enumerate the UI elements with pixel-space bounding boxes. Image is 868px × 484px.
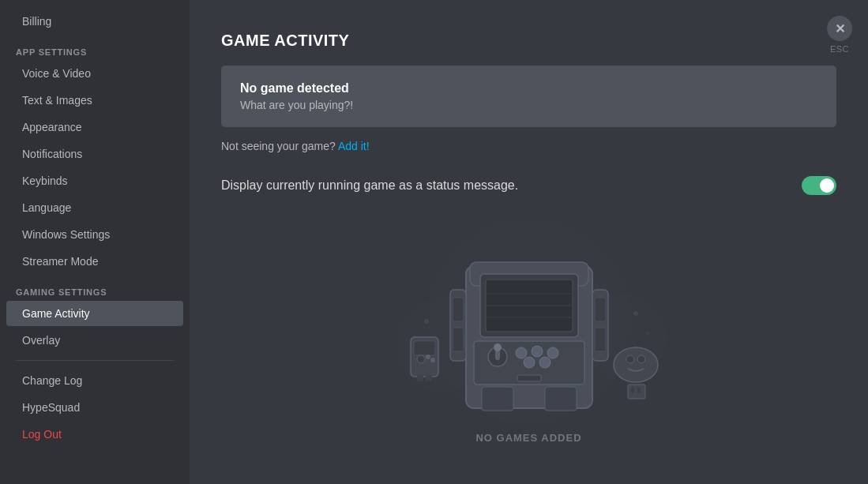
svg-rect-33	[414, 341, 435, 355]
toggle-row: Display currently running game as a stat…	[221, 168, 836, 203]
svg-point-16	[547, 347, 558, 358]
add-game-link[interactable]: Add it!	[338, 140, 370, 152]
sidebar-divider	[16, 360, 174, 361]
svg-rect-21	[517, 375, 541, 381]
close-button[interactable]: ✕	[827, 16, 852, 41]
sidebar-label-appearance: Appearance	[22, 121, 82, 133]
toggle-label: Display currently running game as a stat…	[221, 178, 518, 193]
sidebar-item-windows-settings[interactable]: Windows Settings	[6, 222, 183, 247]
display-status-toggle[interactable]	[802, 176, 836, 195]
svg-point-36	[430, 358, 435, 362]
no-game-card: No game detected What are you playing?!	[221, 66, 836, 127]
svg-point-35	[426, 355, 430, 359]
sidebar-label-log-out: Log Out	[22, 428, 62, 441]
sidebar-label-notifications: Notifications	[22, 148, 82, 160]
svg-point-34	[417, 355, 425, 363]
page-title: Game Activity	[221, 32, 836, 50]
svg-rect-23	[453, 298, 464, 321]
sidebar-label-voice-video: Voice & Video	[22, 67, 91, 80]
sidebar-label-change-log: Change Log	[22, 374, 82, 387]
svg-point-31	[646, 332, 649, 335]
svg-rect-44	[637, 388, 641, 392]
svg-rect-24	[453, 328, 464, 351]
svg-point-17	[524, 357, 535, 368]
sidebar-item-billing[interactable]: Billing	[6, 9, 183, 34]
sidebar-item-game-activity[interactable]: Game Activity	[6, 301, 183, 326]
svg-point-14	[516, 347, 527, 358]
sidebar-item-streamer-mode[interactable]: Streamer Mode	[6, 249, 183, 274]
svg-rect-42	[628, 385, 645, 399]
sidebar-item-text-images[interactable]: Text & Images	[6, 88, 183, 113]
sidebar-label-language: Language	[22, 201, 71, 214]
arcade-illustration	[363, 219, 695, 424]
no-games-label: No Games Added	[475, 432, 581, 444]
svg-rect-43	[631, 388, 634, 392]
svg-point-15	[532, 346, 543, 357]
no-game-subtitle: What are you playing?!	[240, 99, 817, 111]
svg-point-40	[626, 355, 634, 363]
sidebar-item-appearance[interactable]: Appearance	[6, 114, 183, 140]
sidebar-item-overlay[interactable]: Overlay	[6, 328, 183, 353]
add-game-text: Not seeing your game? Add it!	[221, 140, 836, 152]
sidebar-billing-label: Billing	[22, 15, 51, 28]
svg-point-39	[614, 347, 658, 382]
main-content: ✕ ESC Game Activity No game detected Wha…	[190, 0, 868, 484]
svg-rect-26	[595, 298, 606, 321]
sidebar-section-app-settings: App Settings	[0, 35, 190, 60]
sidebar-label-game-activity: Game Activity	[22, 307, 90, 320]
svg-rect-37	[417, 375, 423, 381]
sidebar-label-hypesquad: HypeSquad	[22, 401, 80, 414]
sidebar-item-log-out[interactable]: Log Out	[6, 422, 183, 447]
sidebar-item-change-log[interactable]: Change Log	[6, 368, 183, 393]
close-icon: ✕	[835, 21, 845, 36]
sidebar-item-hypesquad[interactable]: HypeSquad	[6, 395, 183, 420]
no-game-title: No game detected	[240, 81, 817, 96]
sidebar-item-notifications[interactable]: Notifications	[6, 141, 183, 167]
sidebar-item-keybinds[interactable]: Keybinds	[6, 168, 183, 193]
sidebar-label-overlay: Overlay	[22, 334, 60, 347]
svg-point-41	[637, 355, 645, 363]
svg-point-30	[633, 311, 638, 316]
illustration-area: No Games Added	[221, 219, 836, 444]
svg-point-28	[424, 319, 429, 324]
svg-point-18	[539, 357, 550, 368]
svg-rect-38	[426, 375, 432, 381]
svg-rect-27	[595, 328, 606, 351]
sidebar-item-voice-video[interactable]: Voice & Video	[6, 61, 183, 86]
svg-rect-20	[545, 387, 577, 411]
sidebar: Billing App Settings Voice & Video Text …	[0, 0, 190, 484]
sidebar-label-streamer-mode: Streamer Mode	[22, 255, 98, 268]
sidebar-section-gaming-settings: Gaming Settings	[0, 275, 190, 300]
svg-point-13	[494, 343, 502, 351]
sidebar-label-keybinds: Keybinds	[22, 174, 68, 187]
svg-rect-19	[482, 387, 513, 411]
sidebar-label-text-images: Text & Images	[22, 94, 92, 107]
add-game-prompt: Not seeing your game?	[221, 140, 336, 152]
toggle-knob	[820, 178, 834, 193]
esc-label: ESC	[830, 44, 849, 54]
sidebar-item-language[interactable]: Language	[6, 195, 183, 220]
sidebar-label-windows-settings: Windows Settings	[22, 228, 110, 241]
